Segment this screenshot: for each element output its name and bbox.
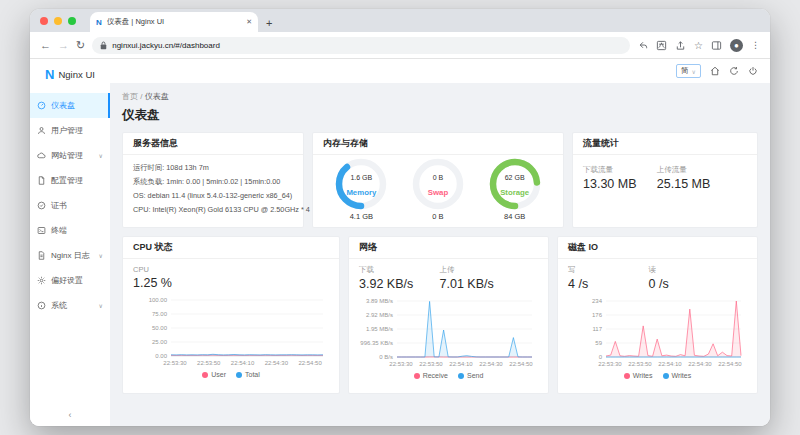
- svg-text:22:53:30: 22:53:30: [389, 361, 413, 367]
- main-area: 简 ∨ 首页 / 仪表盘 仪表盘: [110, 59, 770, 426]
- profile-avatar[interactable]: ●: [730, 39, 743, 52]
- sidebar-item-label: 终端: [51, 225, 103, 236]
- card-title: 内存与存储: [313, 133, 563, 155]
- gauge-label: Swap: [406, 188, 470, 197]
- sidebar-item-label: 证书: [51, 200, 103, 211]
- side-panel-icon[interactable]: [711, 40, 722, 51]
- card-title: 网络: [349, 237, 548, 259]
- browser-menu-icon[interactable]: ⋮: [751, 40, 760, 50]
- gear-icon: [37, 276, 46, 285]
- stat-label: 下载流量: [583, 165, 657, 175]
- tab-favicon: N: [96, 18, 102, 27]
- sidebar-item-users[interactable]: 用户管理: [30, 118, 110, 143]
- translate-icon[interactable]: [656, 40, 667, 51]
- network-upload-stat: 上传 7.01 KB/s: [440, 265, 521, 291]
- svg-text:234: 234: [592, 298, 603, 304]
- sidebar-item-sites[interactable]: 网站管理 ∨: [30, 143, 110, 168]
- app-root: N Nginx UI 仪表盘 用户管理 网站管理 ∨: [30, 59, 770, 426]
- sidebar-collapse-button[interactable]: ‹: [30, 410, 110, 420]
- stat-label: 上传流量: [657, 165, 731, 175]
- gauge-ring: [411, 157, 465, 211]
- gauge-value: 0 B: [406, 174, 470, 181]
- reload-nginx-button[interactable]: [729, 66, 739, 76]
- gauge-value: 62 GB: [483, 174, 547, 181]
- minimize-window-button[interactable]: [54, 17, 62, 25]
- language-select[interactable]: 简 ∨: [676, 64, 701, 78]
- gauge-total: 84 GB: [483, 212, 547, 221]
- browser-window: N 仪表盘 | Nginx UI ✕ + ← → ↻ nginxui.jacky…: [30, 9, 770, 426]
- card-title: 服务器信息: [123, 133, 303, 155]
- legend-item[interactable]: Receive: [414, 372, 448, 379]
- gauge-total: 4.1 GB: [329, 212, 393, 221]
- svg-text:22:54:30: 22:54:30: [688, 361, 712, 367]
- sidebar-item-dashboard[interactable]: 仪表盘: [30, 93, 110, 118]
- address-bar[interactable]: nginxui.jackyu.cn/#/dashboard: [92, 37, 630, 54]
- bookmark-star-icon[interactable]: ☆: [694, 40, 703, 51]
- stat-value: 7.01 KB/s: [440, 277, 521, 291]
- svg-text:22:54:50: 22:54:50: [718, 361, 742, 367]
- close-window-button[interactable]: [40, 17, 48, 25]
- upload-traffic-stat: 上传流量 25.15 MB: [657, 165, 731, 221]
- sidebar-item-label: 用户管理: [51, 125, 103, 136]
- cpu-status-card: CPU 状态 CPU 1.25 % 100.0075.0050.0025.000…: [122, 236, 340, 394]
- svg-text:176: 176: [592, 312, 603, 318]
- stat-label: 写: [568, 265, 649, 275]
- stat-label: 读: [649, 265, 730, 275]
- gauge-ring: [334, 157, 388, 211]
- sidebar-item-label: 配置管理: [51, 175, 103, 186]
- sidebar-item-system[interactable]: 系统 ∨: [30, 293, 110, 318]
- svg-text:3.89 MB/s: 3.89 MB/s: [366, 298, 393, 304]
- gauge-ring: [488, 157, 542, 211]
- cpu-line: CPU: Intel(R) Xeon(R) Gold 6133 CPU @ 2.…: [133, 203, 293, 217]
- card-title: 磁盘 IO: [558, 237, 757, 259]
- stat-value: 0 /s: [649, 277, 730, 291]
- svg-text:1.95 MB/s: 1.95 MB/s: [366, 326, 393, 332]
- svg-text:100.00: 100.00: [149, 297, 168, 303]
- reload-icon[interactable]: ↻: [76, 39, 85, 52]
- svg-text:22:53:30: 22:53:30: [163, 360, 187, 366]
- breadcrumb-home[interactable]: 首页: [122, 92, 138, 101]
- new-tab-button[interactable]: +: [266, 17, 272, 29]
- storage-gauge: 62 GB Storage 84 GB: [483, 157, 547, 221]
- chevron-down-icon: ∨: [99, 252, 103, 259]
- svg-text:22:53:50: 22:53:50: [197, 360, 221, 366]
- home-icon: [710, 66, 720, 76]
- sidebar-item-nginx-logs[interactable]: Nginx 日志 ∨: [30, 243, 110, 268]
- svg-text:22:53:50: 22:53:50: [419, 361, 443, 367]
- window-controls: [40, 9, 76, 32]
- sidebar-item-preferences[interactable]: 偏好设置: [30, 268, 110, 293]
- memory-gauge: 1.6 GB Memory 4.1 GB: [329, 157, 393, 221]
- zoom-window-button[interactable]: [68, 17, 76, 25]
- sidebar-item-config[interactable]: 配置管理: [30, 168, 110, 193]
- stat-label: 上传: [440, 265, 521, 275]
- terminal-icon: [37, 226, 46, 235]
- disk-write-stat: 写 4 /s: [568, 265, 649, 291]
- app-header: 简 ∨: [110, 59, 770, 83]
- send-to-device-icon[interactable]: [637, 40, 648, 51]
- network-chart: 3.89 MB/s2.92 MB/s1.95 MB/s996.35 KB/s0 …: [359, 297, 538, 371]
- app-logo[interactable]: N Nginx UI: [30, 59, 110, 89]
- legend-item[interactable]: User: [202, 371, 226, 378]
- sidebar-item-certificates[interactable]: 证书: [30, 193, 110, 218]
- forward-icon[interactable]: →: [58, 39, 69, 51]
- cloud-icon: [37, 151, 46, 160]
- legend-item[interactable]: Send: [458, 372, 483, 379]
- home-button[interactable]: [710, 66, 720, 76]
- legend-item[interactable]: Writes: [663, 372, 692, 379]
- legend-item[interactable]: Total: [236, 371, 260, 378]
- logout-button[interactable]: [748, 66, 758, 76]
- memory-storage-card: 内存与存储 1.6 GB Memory 4.1 GB: [312, 132, 564, 228]
- back-icon[interactable]: ←: [40, 39, 51, 51]
- svg-text:75.00: 75.00: [152, 311, 168, 317]
- uptime-line: 运行时间: 108d 13h 7m: [133, 161, 293, 175]
- legend-item[interactable]: Writes: [624, 372, 653, 379]
- share-icon[interactable]: [675, 40, 686, 51]
- stat-value: 4 /s: [568, 277, 649, 291]
- sidebar-item-terminal[interactable]: 终端: [30, 218, 110, 243]
- svg-text:22:53:50: 22:53:50: [628, 361, 652, 367]
- browser-tab[interactable]: N 仪表盘 | Nginx UI ✕: [90, 12, 258, 32]
- network-download-stat: 下载 3.92 KB/s: [359, 265, 440, 291]
- cards-row-1: 服务器信息 运行时间: 108d 13h 7m 系统负载: 1min: 0.00…: [122, 132, 758, 228]
- tab-close-icon[interactable]: ✕: [246, 18, 252, 26]
- url-text: nginxui.jackyu.cn/#/dashboard: [112, 41, 220, 50]
